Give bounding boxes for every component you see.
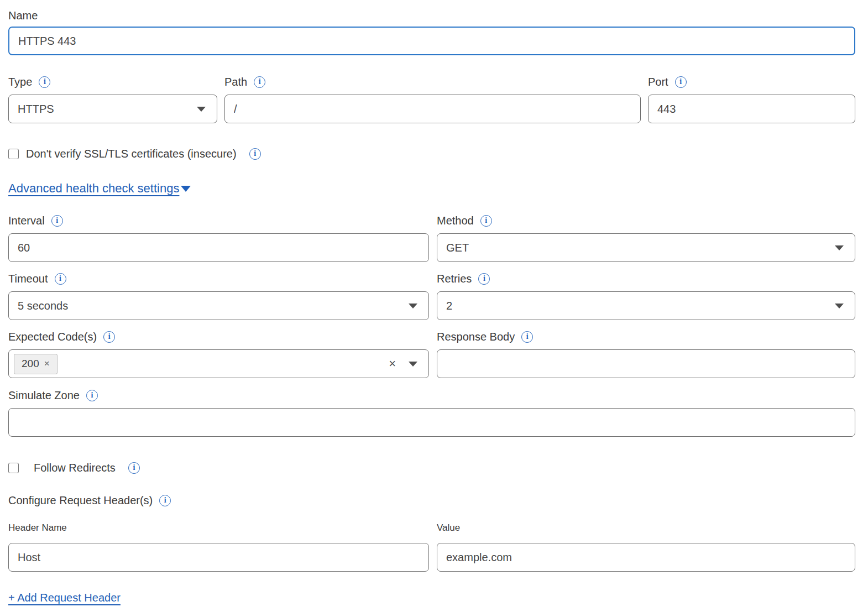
type-label: Type: [8, 75, 32, 88]
type-select[interactable]: HTTPS: [8, 95, 217, 123]
path-field: Path i: [224, 75, 641, 123]
header-name-label: Header Name: [8, 522, 67, 533]
interval-info-icon[interactable]: i: [51, 215, 63, 227]
configure-headers-label-text: Configure Request Header(s): [8, 494, 153, 507]
simulate-zone-info-icon[interactable]: i: [86, 390, 98, 401]
expected-codes-label: Expected Code(s): [8, 330, 97, 343]
expected-codes-info-icon[interactable]: i: [103, 331, 115, 343]
advanced-settings-link-text[interactable]: Advanced health check settings: [8, 181, 179, 196]
request-header-row: Header Name Value: [8, 522, 855, 572]
header-name-field: Header Name: [8, 522, 429, 572]
method-label: Method: [437, 214, 474, 227]
method-select[interactable]: GET: [437, 233, 855, 262]
response-body-label: Response Body: [437, 330, 515, 343]
path-info-icon[interactable]: i: [254, 76, 265, 88]
type-info-icon[interactable]: i: [39, 76, 50, 88]
timeout-label: Timeout: [8, 272, 48, 285]
port-input[interactable]: [648, 95, 855, 123]
retries-label: Retries: [437, 272, 472, 285]
chevron-down-icon[interactable]: [409, 362, 417, 367]
interval-field: Interval i: [8, 214, 429, 262]
interval-input[interactable]: [8, 233, 429, 262]
expected-codes-multiselect[interactable]: 200 × ×: [8, 349, 429, 378]
chevron-down-icon: [835, 304, 844, 308]
header-name-input[interactable]: [8, 543, 429, 572]
configure-headers-info-icon[interactable]: i: [159, 495, 171, 506]
header-value-field: Value: [437, 522, 855, 572]
follow-redirects-info-icon[interactable]: i: [128, 462, 140, 474]
method-info-icon[interactable]: i: [480, 215, 492, 227]
header-value-label: Value: [437, 522, 460, 533]
method-field: Method i GET: [437, 214, 855, 262]
response-body-info-icon[interactable]: i: [521, 331, 533, 343]
header-value-input[interactable]: [437, 543, 855, 572]
path-label: Path: [224, 75, 247, 88]
name-label: Name: [8, 9, 38, 22]
retries-select-value: 2: [446, 300, 452, 312]
retries-select[interactable]: 2: [437, 291, 855, 320]
remove-tag-icon[interactable]: ×: [44, 358, 50, 369]
ssl-verify-label: Don't verify SSL/TLS certificates (insec…: [26, 147, 237, 160]
name-label-text: Name: [8, 9, 38, 22]
configure-headers-label: Configure Request Header(s) i: [8, 494, 171, 507]
port-field: Port i: [648, 75, 855, 123]
advanced-settings-link[interactable]: Advanced health check settings: [8, 181, 191, 196]
name-input[interactable]: [8, 27, 855, 55]
caret-down-icon: [181, 186, 191, 192]
add-request-header-link[interactable]: + Add Request Header: [8, 592, 121, 604]
simulate-zone-input[interactable]: [8, 408, 855, 437]
simulate-zone-label: Simulate Zone: [8, 389, 80, 402]
chevron-down-icon: [197, 107, 206, 112]
method-select-value: GET: [446, 242, 469, 254]
type-field: Type i HTTPS: [8, 75, 217, 123]
health-check-form: Name Type i HTTPS Path i Port i: [0, 0, 868, 612]
port-label: Port: [648, 75, 668, 88]
follow-redirects-label: Follow Redirects: [34, 461, 116, 474]
path-input[interactable]: [224, 95, 641, 123]
timeout-select[interactable]: 5 seconds: [8, 291, 429, 320]
chevron-down-icon: [835, 245, 844, 250]
timeout-info-icon[interactable]: i: [55, 273, 66, 285]
ssl-verify-info-icon[interactable]: i: [249, 148, 261, 160]
expected-codes-field: Expected Code(s) i 200 × ×: [8, 330, 429, 378]
response-body-field: Response Body i: [437, 330, 855, 378]
response-body-input[interactable]: [437, 349, 855, 378]
interval-label: Interval: [8, 214, 45, 227]
type-select-value: HTTPS: [18, 103, 54, 116]
chevron-down-icon: [409, 304, 417, 308]
code-tag-text: 200: [22, 358, 39, 370]
timeout-field: Timeout i 5 seconds: [8, 272, 429, 320]
retries-info-icon[interactable]: i: [478, 273, 490, 285]
follow-redirects-checkbox[interactable]: [8, 463, 19, 473]
retries-field: Retries i 2: [437, 272, 855, 320]
port-info-icon[interactable]: i: [675, 76, 687, 88]
code-tag: 200 ×: [14, 354, 57, 374]
simulate-zone-field: Simulate Zone i: [8, 389, 855, 437]
timeout-select-value: 5 seconds: [18, 300, 68, 312]
ssl-verify-checkbox[interactable]: [8, 149, 19, 159]
clear-all-icon[interactable]: ×: [389, 358, 396, 370]
